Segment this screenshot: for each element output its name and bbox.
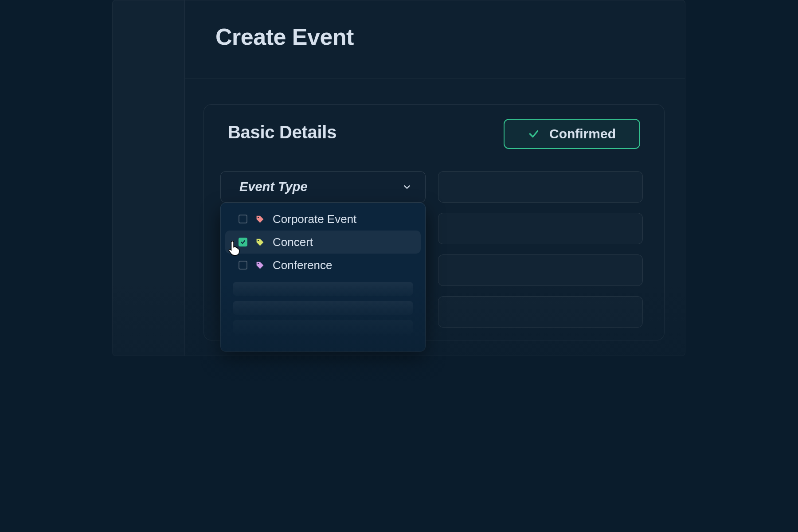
status-badge-label: Confirmed bbox=[549, 126, 616, 141]
app-window: Create Event Basic Details Confirmed Eve… bbox=[112, 0, 685, 356]
checkbox-icon bbox=[239, 215, 247, 223]
svg-point-2 bbox=[258, 263, 259, 264]
event-type-option-label: Concert bbox=[273, 235, 313, 249]
input-placeholder[interactable] bbox=[438, 171, 643, 203]
input-placeholder[interactable] bbox=[438, 254, 643, 286]
checkbox-icon bbox=[239, 261, 247, 270]
input-placeholder[interactable] bbox=[438, 296, 643, 328]
page-title: Create Event bbox=[215, 23, 354, 50]
event-type-option-conference[interactable]: Conference bbox=[225, 254, 421, 277]
divider bbox=[185, 78, 685, 78]
event-type-option-corporate-event[interactable]: Corporate Event bbox=[225, 207, 421, 231]
tag-icon bbox=[255, 261, 265, 270]
event-type-option-concert[interactable]: Concert bbox=[225, 231, 421, 254]
svg-point-0 bbox=[258, 217, 259, 218]
event-type-option-label: Conference bbox=[273, 258, 332, 272]
checkbox-icon bbox=[239, 238, 247, 246]
event-type-select[interactable]: Event Type bbox=[220, 171, 426, 203]
tag-icon bbox=[255, 238, 265, 247]
basic-details-card: Basic Details Confirmed Event Type Corpo… bbox=[203, 104, 665, 340]
event-type-select-label: Event Type bbox=[239, 180, 308, 194]
skeleton-loader bbox=[233, 320, 413, 334]
skeleton-loader bbox=[233, 301, 413, 315]
event-type-dropdown-list: Corporate Event Concert Conference bbox=[220, 203, 426, 352]
sidebar bbox=[113, 0, 185, 356]
tag-icon bbox=[255, 215, 265, 224]
check-icon bbox=[528, 128, 540, 140]
skeleton-loader bbox=[233, 282, 413, 296]
event-type-option-label: Corporate Event bbox=[273, 212, 356, 226]
input-placeholder[interactable] bbox=[438, 213, 643, 244]
status-badge-confirmed[interactable]: Confirmed bbox=[504, 119, 640, 149]
chevron-down-icon bbox=[402, 182, 412, 192]
section-title: Basic Details bbox=[228, 122, 336, 142]
svg-point-1 bbox=[258, 240, 259, 241]
